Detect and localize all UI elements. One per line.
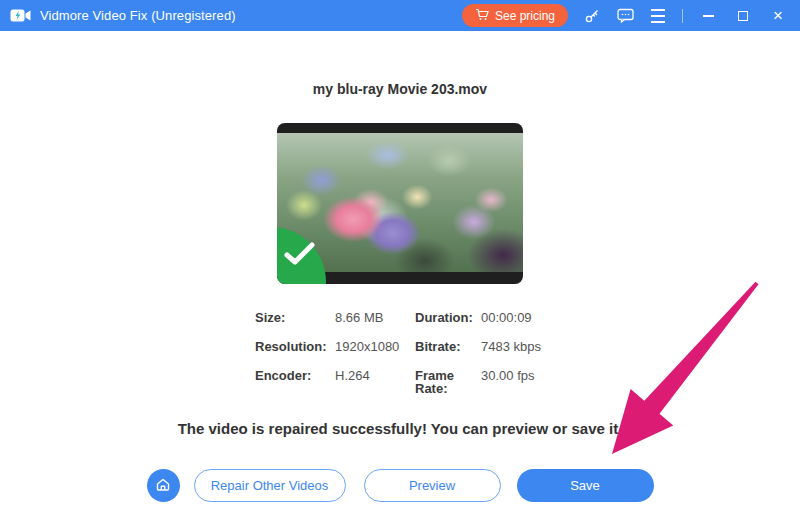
info-value: 1920x1080 [335,340,415,353]
titlebar-separator [682,9,683,23]
titlebar-actions: See pricing [462,4,788,27]
key-icon[interactable] [583,7,601,25]
action-button-row: Repair Other Videos Preview Save [0,469,800,502]
success-message: The video is repaired successfully! You … [0,420,800,437]
app-title: Vidmore Video Fix (Unregistered) [40,8,236,23]
feedback-icon[interactable] [616,7,634,25]
home-icon [155,477,171,495]
maximize-icon [738,11,748,21]
close-icon: × [773,7,783,24]
video-camera-app-icon [10,8,31,23]
save-button[interactable]: Save [517,469,654,502]
info-value: 00:00:09 [481,311,545,324]
minimize-button[interactable] [698,6,718,26]
cart-icon [475,8,489,24]
info-label: Encoder: [255,369,335,395]
menu-icon[interactable] [649,7,667,25]
green-check-icon [284,242,316,270]
info-label: Resolution: [255,340,335,353]
see-pricing-label: See pricing [495,9,555,23]
repair-other-videos-button[interactable]: Repair Other Videos [194,469,346,502]
info-value: 7483 kbps [481,340,545,353]
close-button[interactable]: × [768,6,788,26]
home-button[interactable] [147,469,180,502]
main-content: my blu-ray Movie 203.mov Size: 8.66 MB D… [0,81,800,502]
see-pricing-button[interactable]: See pricing [462,4,568,27]
info-label: Frame Rate: [415,369,481,395]
preview-button[interactable]: Preview [364,469,501,502]
info-value: 30.00 fps [481,369,545,395]
titlebar: Vidmore Video Fix (Unregistered) See pri… [0,0,800,31]
info-value: 8.66 MB [335,311,415,324]
video-info-table: Size: 8.66 MB Duration: 00:00:09 Resolut… [255,311,545,395]
minimize-icon [703,15,714,17]
info-value: H.264 [335,369,415,395]
info-label: Bitrate: [415,340,481,353]
info-label: Size: [255,311,335,324]
maximize-button[interactable] [733,6,753,26]
video-thumbnail [277,123,523,284]
video-filename: my blu-ray Movie 203.mov [0,81,800,97]
info-label: Duration: [415,311,481,324]
app-window: Vidmore Video Fix (Unregistered) See pri… [0,0,800,514]
